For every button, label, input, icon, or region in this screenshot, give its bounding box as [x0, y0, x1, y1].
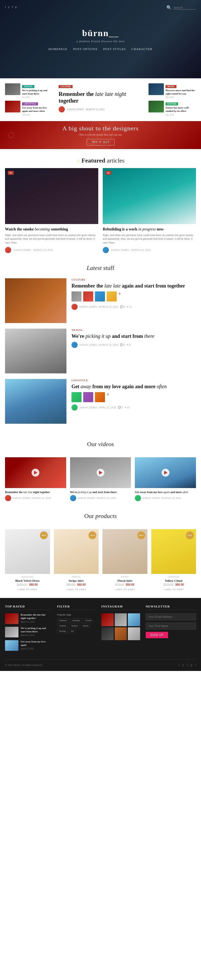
- video-thumbnail-3[interactable]: [135, 457, 196, 488]
- nav-character[interactable]: Character: [131, 47, 153, 51]
- post-title: We're picking it up and start from there: [22, 89, 52, 95]
- list-item[interactable]: TRAVEL We're picking it up and start fro…: [5, 83, 52, 99]
- related-thumb: [107, 291, 117, 302]
- latest-thumbnails: +: [71, 392, 196, 402]
- newsletter-signup-button[interactable]: Sign up: [146, 632, 168, 638]
- instagram-thumb[interactable]: [101, 627, 114, 640]
- author-name: SARAH JONES: [13, 249, 31, 251]
- post-info: TRAVEL We're picking it up and start fro…: [22, 83, 52, 99]
- author-avatar: [5, 247, 11, 253]
- footer-post-item[interactable]: Get away from my love again April 23, 20…: [5, 640, 51, 651]
- add-to-cart-button[interactable]: + ADD TO CART: [115, 588, 135, 591]
- video-thumbnail-2[interactable]: [70, 457, 131, 488]
- tag-item[interactable]: Culture: [57, 624, 68, 628]
- video-title-3: Get away from my love again and more oft…: [135, 490, 196, 494]
- footer-post-meta: March 12, 2021: [21, 620, 51, 623]
- list-item[interactable]: MUSIC Discover more and find the right s…: [149, 83, 196, 99]
- hero-social-links[interactable]: t y f p: [5, 5, 17, 8]
- footer-filter-col: Filter Popular tags Fashion Lifestyle Tr…: [57, 605, 96, 654]
- popular-tags: Fashion Lifestyle Travel Culture Nature …: [57, 618, 96, 633]
- product-card: SALE DRESS Stripe shirt $90.00 $60.00 + …: [54, 529, 99, 591]
- newsletter-name-input[interactable]: [146, 622, 196, 630]
- facebook-icon[interactable]: f: [187, 663, 188, 667]
- author-avatar: [103, 247, 109, 253]
- add-to-cart-button[interactable]: + ADD TO CART: [66, 588, 86, 591]
- pinterest-icon[interactable]: p: [191, 663, 192, 667]
- pinterest-icon[interactable]: p: [15, 5, 17, 8]
- product-category: FASHION: [151, 576, 196, 578]
- latest-content-3: LIFESTYLE Get away from my love again an…: [71, 379, 196, 410]
- nav-post-options[interactable]: Post options: [73, 47, 98, 51]
- comment-count: 💬 7: [118, 406, 123, 409]
- plus-more-icon[interactable]: +: [107, 392, 109, 402]
- center-post-title: Remember the late late night together: [59, 91, 142, 104]
- latest-image-3: [5, 379, 66, 424]
- author-avatar: [59, 106, 65, 113]
- related-thumb: [95, 392, 105, 402]
- related-thumb: [95, 291, 105, 302]
- latest-content-1: CULTURE Remember the late late again and…: [71, 278, 196, 310]
- related-thumb: [83, 392, 93, 402]
- plus-more-icon[interactable]: +: [119, 291, 121, 302]
- latest-category: CULTURE: [71, 278, 196, 281]
- tag-item[interactable]: Lifestyle: [70, 618, 82, 622]
- post-title: Discover more and find the right sound f…: [166, 89, 196, 95]
- add-to-cart-button[interactable]: + ADD TO CART: [17, 588, 38, 591]
- youtube-icon[interactable]: y: [8, 5, 10, 8]
- instagram-thumb[interactable]: [128, 613, 140, 626]
- latest-title: We're picking it up and start from there: [71, 333, 196, 339]
- instagram-thumb[interactable]: [115, 627, 127, 640]
- footer-instagram-col: Instagram: [101, 605, 140, 654]
- instagram-thumb[interactable]: [128, 627, 140, 640]
- latest-section-title: Latest stuff: [0, 264, 201, 272]
- hero-search[interactable]: 🔍: [166, 5, 196, 10]
- footer-post-item[interactable]: We're picking it up and start from there…: [5, 627, 51, 637]
- sale-price: $95.00: [175, 583, 184, 586]
- post-thumbnail: [149, 83, 164, 95]
- search-input[interactable]: [174, 6, 196, 10]
- hero-nav[interactable]: Homepage Post options Post styles Charac…: [49, 47, 152, 51]
- tag-item[interactable]: Design: [57, 629, 68, 633]
- video-meta-3: SARAH JONES MARCH 12, 2021: [135, 495, 196, 501]
- newsletter-email-input[interactable]: [146, 613, 196, 620]
- twitter-icon[interactable]: t: [178, 663, 179, 667]
- add-to-cart-button[interactable]: + ADD TO CART: [163, 588, 184, 591]
- featured-image-2: 02: [103, 168, 196, 224]
- tag-item[interactable]: Fashion: [57, 618, 69, 622]
- category-badge: NATURE: [166, 102, 178, 105]
- footer-social-icons[interactable]: t y f p i: [178, 663, 196, 667]
- post-info: LIFESTYLE Get away from my love again an…: [22, 101, 52, 116]
- featured-image-1: 01: [5, 168, 98, 224]
- nav-homepage[interactable]: Homepage: [49, 47, 68, 51]
- author-name: SARAH JONES: [67, 108, 84, 111]
- original-price: $70.00: [115, 583, 124, 586]
- video-thumbnail-1[interactable]: [5, 457, 66, 488]
- video-card: Get away from my love again and more oft…: [135, 457, 196, 501]
- nav-post-styles[interactable]: Post styles: [103, 47, 126, 51]
- list-item[interactable]: LIFESTYLE Get away from my love again an…: [5, 101, 52, 116]
- star-icon: ☆: [76, 159, 81, 163]
- twitter-icon[interactable]: t: [5, 5, 6, 8]
- youtube-icon[interactable]: y: [182, 663, 184, 667]
- instagram-icon[interactable]: i: [195, 663, 196, 667]
- play-button[interactable]: [97, 469, 104, 477]
- play-button[interactable]: [32, 469, 40, 477]
- featured-meta-2: SARAH JONES MARCH 12, 2021: [103, 247, 196, 253]
- tag-item[interactable]: Travel: [83, 618, 93, 622]
- tag-item[interactable]: Music: [81, 624, 91, 628]
- tag-item[interactable]: Art: [69, 629, 76, 633]
- play-button[interactable]: [161, 469, 169, 477]
- facebook-icon[interactable]: f: [12, 5, 13, 8]
- instagram-thumb[interactable]: [101, 613, 114, 626]
- latest-category: TRAVEL: [71, 329, 196, 331]
- product-image-4: HOT: [151, 529, 196, 574]
- products-section-title: Our products: [0, 512, 201, 520]
- footer-col-title: Instagram: [101, 605, 140, 610]
- footer-post-item[interactable]: Remember the late late night together Ma…: [5, 613, 51, 624]
- instagram-thumb[interactable]: [115, 613, 127, 626]
- product-name: Yellow Cloud: [151, 579, 196, 582]
- list-item[interactable]: NATURE Nature has more well-studied by i…: [149, 101, 196, 116]
- product-category: SKIRT: [103, 576, 147, 578]
- tag-item[interactable]: Nature: [69, 624, 80, 628]
- products-section-header: Our products: [0, 507, 201, 523]
